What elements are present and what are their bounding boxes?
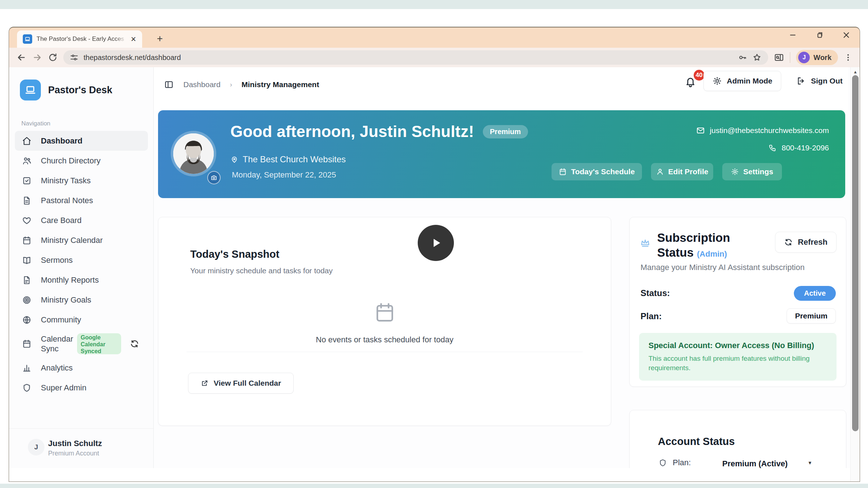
site-settings-icon[interactable]	[70, 53, 78, 62]
shield-outline-icon	[659, 459, 667, 467]
profile-photo	[173, 133, 214, 174]
reload-button[interactable]	[48, 53, 58, 62]
sync-refresh-icon[interactable]	[130, 339, 139, 348]
laptop-logo-icon	[20, 80, 41, 100]
tab-title: The Pastor's Desk - Early Acces	[37, 35, 126, 43]
breadcrumb-dashboard[interactable]: Dashboard	[183, 80, 221, 89]
empty-calendar-icon	[374, 301, 396, 324]
special-account-notice: Special Account: Owner Access (No Billin…	[639, 333, 837, 381]
sidebar-item-pastoral-notes[interactable]: Pastoral Notes	[15, 191, 148, 210]
phone-icon	[769, 144, 776, 152]
calendar-icon	[22, 236, 31, 245]
gear-icon	[712, 76, 722, 86]
page-scrollbar[interactable]: ▲ ▼	[850, 67, 860, 481]
status-label: Status:	[641, 288, 670, 298]
video-play-button[interactable]	[418, 225, 454, 261]
browser-toolbar: thepastorsdesk.net/dashboard J Work	[9, 48, 860, 67]
side-panel-icon[interactable]	[774, 52, 784, 63]
user-name: Justin Schultz	[48, 439, 102, 448]
window-minimize-button[interactable]	[789, 31, 797, 39]
phone-text: 800-419-2096	[782, 144, 829, 152]
calendar-sync-icon	[22, 339, 31, 348]
page-viewport: Pastor's Desk Navigation Dashboard Churc…	[9, 67, 860, 481]
sidebar-user[interactable]: J Justin Schultz Premium Account	[9, 428, 153, 468]
address-bar[interactable]: thepastorsdesk.net/dashboard	[63, 50, 768, 65]
view-full-calendar-button[interactable]: View Full Calendar	[188, 373, 294, 394]
tab-bar: The Pastor's Desk - Early Acces ✕ +	[9, 27, 860, 48]
refresh-button[interactable]: Refresh	[775, 232, 837, 253]
user-plan: Premium Account	[48, 450, 99, 457]
subscription-subtitle: Manage your Ministry AI Assistant subscr…	[641, 263, 805, 272]
window-restore-button[interactable]	[816, 31, 824, 39]
subscription-status-card: Subscription Status (Admin) Refresh Mana…	[629, 217, 846, 387]
heart-icon	[22, 216, 31, 225]
sidebar-item-care-board[interactable]: Care Board	[15, 210, 148, 230]
url-text: thepastorsdesk.net/dashboard	[84, 53, 733, 62]
sidebar-item-ministry-goals[interactable]: Ministry Goals	[15, 290, 148, 310]
divider	[187, 352, 583, 352]
sidebar-item-ministry-tasks[interactable]: Ministry Tasks	[15, 171, 148, 191]
nav-section-label: Navigation	[21, 120, 50, 127]
sidebar-item-sermons[interactable]: Sermons	[15, 250, 148, 270]
browser-tab[interactable]: The Pastor's Desk - Early Acces ✕	[17, 30, 142, 48]
sidebar-item-calendar-sync[interactable]: Calendar Sync Google Calendar Synced	[15, 330, 148, 358]
new-tab-button[interactable]: +	[154, 33, 166, 45]
location-pin-icon	[230, 155, 238, 163]
google-calendar-synced-badge: Google Calendar Synced	[77, 333, 121, 354]
todays-snapshot-card: Today's Snapshot Your ministry schedule …	[158, 217, 611, 426]
page-header: Dashboard › Ministry Management 40	[154, 67, 848, 110]
settings-button[interactable]: Settings	[722, 163, 782, 180]
notice-body: This account has full premium features w…	[648, 354, 840, 373]
edit-profile-button[interactable]: Edit Profile	[651, 163, 713, 180]
plan-premium-badge: Premium	[787, 308, 836, 324]
user-avatar: J	[28, 439, 44, 455]
sidebar-item-analytics[interactable]: Analytics	[15, 358, 148, 378]
screen: The Pastor's Desk - Early Acces ✕ +	[0, 0, 868, 488]
browser-profile-button[interactable]: J Work	[796, 50, 838, 65]
shield-icon	[22, 383, 31, 393]
caret-down-icon[interactable]: ▼	[808, 460, 812, 466]
report-file-icon	[22, 275, 31, 285]
change-photo-camera-icon[interactable]	[207, 171, 221, 184]
snapshot-title: Today's Snapshot	[190, 248, 279, 260]
admin-mode-button[interactable]: Admin Mode	[703, 71, 781, 91]
sign-out-button[interactable]: Sign Out	[791, 71, 848, 91]
profile-avatar: J	[798, 52, 810, 63]
snapshot-subtitle: Your ministry schedule and tasks for tod…	[190, 266, 333, 275]
status-active-badge: Active	[794, 286, 836, 301]
scroll-up-arrow[interactable]: ▲	[851, 69, 860, 74]
chevron-right-icon: ›	[230, 81, 232, 89]
book-open-icon	[22, 256, 31, 265]
toolbar-divider	[790, 52, 790, 63]
letterbox-top	[0, 0, 868, 9]
todays-schedule-button[interactable]: Today's Schedule	[552, 163, 642, 180]
app-page: Pastor's Desk Navigation Dashboard Churc…	[9, 67, 860, 468]
forward-button[interactable]	[32, 52, 42, 63]
person-icon	[656, 168, 664, 176]
sidebar-toggle-icon[interactable]	[164, 80, 174, 90]
snapshot-empty-message: No events or tasks scheduled for today	[158, 335, 611, 344]
scrollbar-thumb[interactable]	[852, 75, 859, 431]
greeting-text: Good afternoon, Justin Schultz!	[230, 123, 474, 141]
sidebar-item-ministry-calendar[interactable]: Ministry Calendar	[15, 230, 148, 250]
sidebar-item-dashboard[interactable]: Dashboard	[15, 131, 148, 151]
bookmark-star-icon[interactable]	[752, 53, 762, 62]
tab-close-icon[interactable]: ✕	[131, 35, 136, 43]
brand-name: Pastor's Desk	[48, 85, 112, 96]
organization-name: The Best Church Websites	[243, 154, 346, 164]
refresh-icon	[784, 238, 793, 247]
sidebar-item-church-directory[interactable]: Church Directory	[15, 151, 148, 171]
back-button[interactable]	[16, 52, 26, 63]
account-plan-label: Plan:	[673, 458, 691, 467]
browser-menu-icon[interactable]	[844, 53, 852, 62]
current-date: Monday, September 22, 2025	[232, 170, 336, 180]
sidebar-item-super-admin[interactable]: Super Admin	[15, 378, 148, 398]
premium-badge: Premium	[483, 125, 528, 138]
sidebar-item-community[interactable]: Community	[15, 310, 148, 330]
email-icon	[696, 126, 705, 135]
users-icon	[22, 156, 31, 166]
window-close-button[interactable]	[842, 31, 850, 39]
password-key-icon[interactable]	[738, 53, 747, 62]
sidebar-item-monthly-reports[interactable]: Monthly Reports	[15, 270, 148, 290]
notice-title: Special Account: Owner Access (No Billin…	[648, 341, 827, 350]
